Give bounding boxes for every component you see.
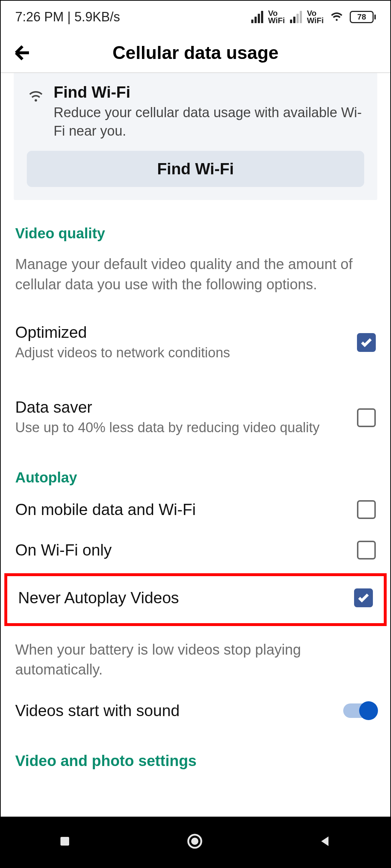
videos-sound-toggle[interactable] <box>343 703 376 718</box>
autoplay-wifi-only-row[interactable]: On Wi-Fi only <box>1 530 390 570</box>
wifi-card-icon <box>27 83 45 141</box>
autoplay-opt3-label: Never Autoplay Videos <box>18 589 354 607</box>
find-wifi-subtitle: Reduce your cellular data usage with ava… <box>54 103 364 141</box>
find-wifi-card: Find Wi-Fi Reduce your cellular data usa… <box>14 73 377 200</box>
video-photo-settings-link[interactable]: Video and photo settings <box>1 731 390 777</box>
find-wifi-title: Find Wi-Fi <box>54 83 364 101</box>
autoplay-opt3-checkbox[interactable] <box>354 588 373 607</box>
battery-icon: 78 <box>350 11 376 23</box>
video-quality-sub: Manage your default video quality and th… <box>1 245 390 298</box>
nav-back-button[interactable] <box>318 834 333 850</box>
system-nav-bar <box>1 817 390 867</box>
page-title: Cellular data usage <box>33 42 379 63</box>
optimized-title: Optimized <box>15 323 357 341</box>
status-net-speed: 5.9KB/s <box>74 9 120 24</box>
autoplay-note: When your battery is low videos stop pla… <box>1 629 390 683</box>
optimized-checkbox[interactable] <box>357 333 376 352</box>
signal-1-icon <box>251 11 263 23</box>
svg-point-3 <box>191 838 198 845</box>
status-bar: 7:26 PM | 5.9KB/s VoWiFi VoWiFi 78 <box>1 1 390 33</box>
datasaver-sub: Use up to 40% less data by reducing vide… <box>15 418 357 437</box>
signal-2-icon <box>290 11 302 23</box>
nav-recents-button[interactable] <box>58 835 71 849</box>
content: Find Wi-Fi Reduce your cellular data usa… <box>1 73 390 817</box>
optimized-row[interactable]: Optimized Adjust videos to network condi… <box>1 298 390 373</box>
vowifi-1-icon: VoWiFi <box>268 10 285 24</box>
optimized-sub: Adjust videos to network conditions <box>15 344 357 362</box>
vowifi-2-icon: VoWiFi <box>307 10 324 24</box>
nav-home-button[interactable] <box>186 833 203 851</box>
datasaver-row[interactable]: Data saver Use up to 40% less data by re… <box>1 373 390 448</box>
find-wifi-button[interactable]: Find Wi-Fi <box>27 151 364 187</box>
video-quality-header: Video quality <box>1 200 390 245</box>
videos-sound-label: Videos start with sound <box>15 702 343 720</box>
app-header: Cellular data usage <box>1 33 390 73</box>
back-button[interactable] <box>12 42 33 64</box>
autoplay-opt1-label: On mobile data and Wi-Fi <box>15 501 357 519</box>
autoplay-header: Autoplay <box>1 448 390 489</box>
status-time: 7:26 PM <box>15 9 64 24</box>
wifi-icon <box>329 8 345 27</box>
autoplay-mobile-wifi-row[interactable]: On mobile data and Wi-Fi <box>1 489 390 530</box>
videos-sound-row[interactable]: Videos start with sound <box>1 684 390 731</box>
svg-rect-1 <box>60 837 69 846</box>
autoplay-never-row[interactable]: Never Autoplay Videos <box>4 573 387 626</box>
autoplay-opt1-checkbox[interactable] <box>357 500 376 519</box>
autoplay-opt2-label: On Wi-Fi only <box>15 541 357 559</box>
autoplay-opt2-checkbox[interactable] <box>357 541 376 559</box>
datasaver-checkbox[interactable] <box>357 408 376 427</box>
datasaver-title: Data saver <box>15 398 357 416</box>
svg-point-0 <box>35 99 37 102</box>
